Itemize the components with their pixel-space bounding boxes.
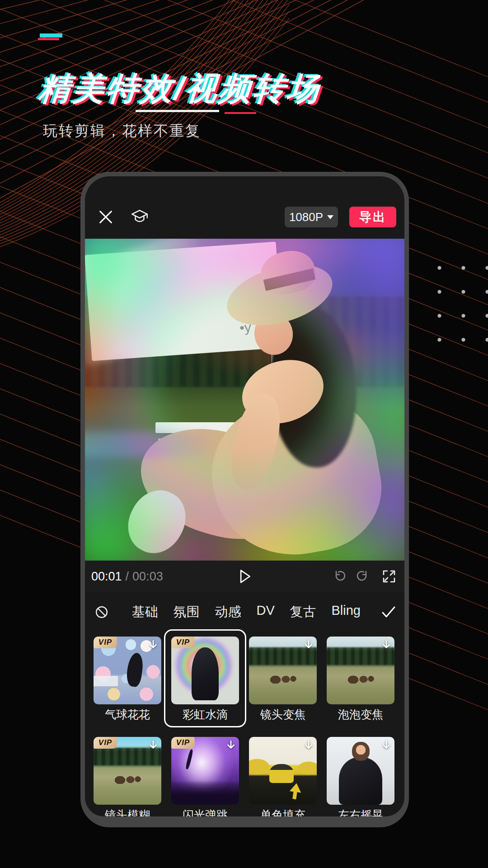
effect-thumbnail[interactable] xyxy=(249,637,317,704)
download-icon[interactable] xyxy=(147,639,159,651)
effect-label: 单色填充 xyxy=(249,809,317,816)
download-icon[interactable] xyxy=(303,639,314,651)
download-icon[interactable] xyxy=(380,739,392,751)
download-icon[interactable] xyxy=(147,739,159,751)
time-display: 00:01/00:03 xyxy=(91,570,163,584)
tab-6[interactable]: Bling xyxy=(331,603,361,621)
export-button[interactable]: 导出 xyxy=(349,207,396,227)
fullscreen-icon[interactable] xyxy=(382,569,396,584)
effect-label: 镜头变焦 xyxy=(249,709,317,720)
effect-card[interactable]: VIP闪光弹跳 xyxy=(171,737,239,816)
effect-category-tabs: 基础氛围动感DV复古Bling xyxy=(85,600,404,624)
resolution-dropdown[interactable]: 1080P xyxy=(285,207,338,227)
effect-thumbnail[interactable]: VIP xyxy=(171,637,239,704)
download-icon[interactable] xyxy=(225,739,237,751)
effect-card[interactable]: 单色填充 xyxy=(249,737,317,816)
glitch-fragment xyxy=(136,110,219,112)
tab-5[interactable]: 复古 xyxy=(290,603,316,621)
effect-card[interactable]: VIP彩虹水滴 xyxy=(171,637,239,720)
redo-icon[interactable] xyxy=(357,569,371,584)
current-time: 00:01 xyxy=(91,570,122,583)
vip-badge: VIP xyxy=(94,737,117,749)
effect-thumbnail[interactable] xyxy=(327,737,394,805)
tab-1[interactable]: 基础 xyxy=(132,603,158,621)
app-screen: 1080P 导出 •y xyxy=(85,176,404,816)
editor-toolbar: 1080P 导出 xyxy=(85,205,404,231)
rainbow-holo-overlay xyxy=(85,239,404,561)
effect-card[interactable]: VIP镜头模糊 xyxy=(94,737,161,816)
time-separator: / xyxy=(126,570,129,583)
page-title: 精美特效/视频转场 xyxy=(37,68,323,110)
play-button[interactable] xyxy=(238,568,252,585)
tab-2[interactable]: 氛围 xyxy=(174,603,200,621)
download-icon[interactable] xyxy=(303,739,314,751)
tab-3[interactable]: 动感 xyxy=(215,603,241,621)
glitch-fragment xyxy=(225,112,256,114)
playbar-actions xyxy=(331,569,396,584)
vip-badge: VIP xyxy=(171,737,195,749)
effect-card[interactable]: 泡泡变焦 xyxy=(327,637,394,720)
vip-badge: VIP xyxy=(171,637,195,648)
effect-thumbnail[interactable] xyxy=(249,737,317,805)
effects-row-2: VIP镜头模糊VIP闪光弹跳单色填充左右摇晃 xyxy=(94,737,394,816)
effect-label: 闪光弹跳 xyxy=(171,809,239,816)
effect-thumbnail[interactable]: VIP xyxy=(171,737,239,805)
glitch-dash-cyan xyxy=(40,33,62,38)
effect-label: 泡泡变焦 xyxy=(327,709,394,720)
effect-thumbnail[interactable]: VIP xyxy=(94,637,161,704)
effect-card[interactable]: 左右摇晃 xyxy=(327,737,394,816)
tab-4[interactable]: DV xyxy=(256,603,274,621)
video-preview[interactable]: •y xyxy=(85,239,404,561)
effect-label: 彩虹水滴 xyxy=(171,709,239,720)
no-effect-icon[interactable] xyxy=(94,604,109,620)
resolution-value: 1080P xyxy=(289,210,323,224)
effect-card[interactable]: VIP气球花花 xyxy=(94,637,161,720)
undo-icon[interactable] xyxy=(331,569,346,584)
effect-card[interactable]: 镜头变焦 xyxy=(249,637,317,720)
close-icon[interactable] xyxy=(98,209,114,225)
effect-label: 左右摇晃 xyxy=(327,809,394,816)
effect-label: 气球花花 xyxy=(94,709,161,720)
playback-bar: 00:01/00:03 xyxy=(85,561,404,592)
effect-thumbnail[interactable]: VIP xyxy=(94,737,161,805)
total-time: 00:03 xyxy=(132,570,163,583)
glitch-dash-red xyxy=(38,38,59,40)
phone-mockup: 1080P 导出 •y xyxy=(80,172,409,827)
download-icon[interactable] xyxy=(380,639,392,651)
tutorial-icon[interactable] xyxy=(130,208,149,226)
page-subtitle: 玩转剪辑，花样不重复 xyxy=(43,121,201,141)
page: 精美特效/视频转场 玩转剪辑，花样不重复 1080P 导出 xyxy=(0,0,488,868)
effect-thumbnail[interactable] xyxy=(327,637,394,704)
vip-badge: VIP xyxy=(94,637,117,648)
effect-label: 镜头模糊 xyxy=(94,809,161,816)
tab-list: 基础氛围动感DV复古Bling xyxy=(132,603,361,621)
chevron-down-icon xyxy=(327,215,333,219)
effects-row-1: VIP气球花花VIP彩虹水滴镜头变焦泡泡变焦 xyxy=(94,637,394,720)
confirm-check-icon[interactable] xyxy=(380,605,397,619)
dot-grid xyxy=(427,256,488,346)
